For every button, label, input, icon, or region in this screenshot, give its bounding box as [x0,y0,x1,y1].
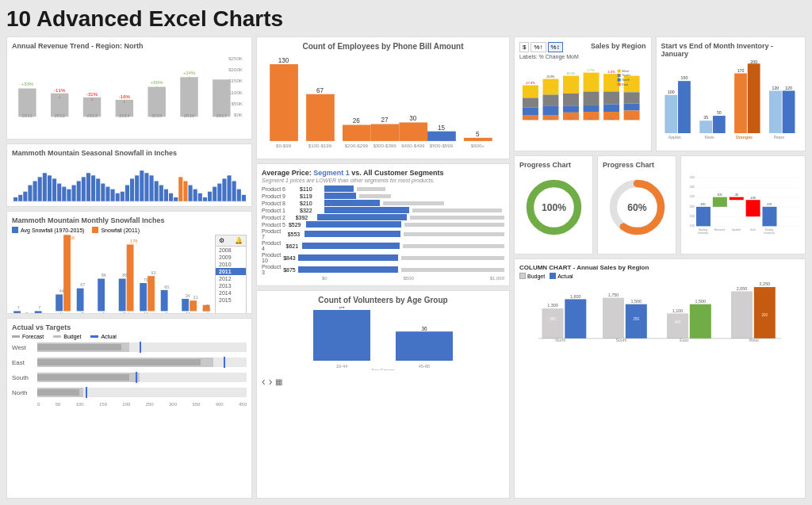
product-row-3: Product 3 $875 [262,264,504,275]
scroll-left-btn[interactable]: ‹ [262,375,266,388]
oranges-end [747,63,760,133]
east-budget-bar [37,359,201,365]
svg-text:-11%: -11% [54,87,66,93]
svg-text:100%: 100% [541,202,565,213]
svg-rect-54 [159,186,163,201]
svg-rect-65 [213,187,216,201]
svg-rect-27 [28,186,32,201]
revenue-chart-svg: $250K $200K $150K $100K $50K $0K +33% -1… [12,52,247,120]
svg-rect-89 [119,279,126,312]
dollar-btn[interactable]: $ [519,42,529,52]
scroll-right-btn[interactable]: › [269,375,273,388]
legend-forecast: Forecast [12,334,44,339]
apples-end [678,81,691,133]
bar-400-499 [399,122,427,140]
svg-text:178: 178 [130,239,137,243]
legend-snowfall-2011: Snowfall (2011) [92,227,140,233]
svg-rect-45 [116,193,120,201]
svg-text:$100K: $100K [228,90,243,95]
svg-rect-67 [222,178,226,201]
svg-rect-50 [140,170,144,201]
svg-text:-8.0%: -8.0% [546,75,555,78]
svg-rect-80 [63,235,71,311]
east-actual-bar [690,304,711,339]
svg-text:↓: ↓ [91,96,94,101]
apples-start [665,95,677,133]
svg-rect-150 [563,106,579,113]
svg-rect-29 [38,177,42,201]
legend-actual-col: Actual [550,273,573,279]
svg-rect-44 [111,189,115,201]
product-row-6: Product 6 $110 [262,186,504,192]
target-row-west: West [12,342,247,352]
svg-rect-62 [198,193,202,201]
right-mid-row: Progress Chart 100% Progress Chart [514,155,806,254]
year-2015[interactable]: 2015 [216,296,246,304]
east-budget-bar [667,313,688,339]
svg-rect-156 [584,105,599,112]
svg-text:35: 35 [703,115,708,120]
svg-rect-177 [618,82,621,86]
waterfall-sold [746,200,760,216]
svg-text:1,300: 1,300 [547,303,557,308]
svg-text:North: North [555,338,565,342]
svg-text:900: 900 [550,317,556,321]
svg-text:-30: -30 [734,193,738,197]
year-2008[interactable]: 2008 [216,247,246,254]
middle-column: Count of Employees by Phone Bill Amount … [256,36,510,499]
svg-text:86: 86 [122,273,127,277]
svg-text:7: 7 [38,305,40,310]
svg-text:Apr: Apr [165,312,172,314]
svg-text:250: 250 [690,195,695,198]
product-row-4: Product 4 $621 [262,240,504,251]
svg-rect-144 [543,106,559,115]
svg-rect-155 [584,92,599,106]
svg-rect-28 [33,181,37,201]
nav-controls: ‹ › ▦ [262,375,504,388]
seg1-bar-7 [304,231,400,237]
actual-targets-title: Actual vs Targets [12,323,247,331]
svg-rect-94 [147,276,155,311]
year-2010[interactable]: 2010 [216,261,246,268]
svg-text:Received: Received [714,228,726,231]
all-bar-3 [401,268,504,272]
year-2011-selected[interactable]: 2011 [216,268,246,275]
inventory-jan-panel: Start vs End of Month Inventory - Januar… [656,36,806,151]
product-row-5: Product 5 $529 [262,221,504,228]
bar-600plus [464,138,492,141]
left-column: Annual Revenue Trend - Region: North $25… [6,36,252,499]
year-2014[interactable]: 2014 [216,289,246,296]
svg-text:$0K: $0K [234,112,243,117]
seg1-bar-5 [306,221,401,228]
target-row-south: South [12,373,247,382]
svg-rect-79 [56,294,63,311]
bar-2017 [213,79,230,117]
year-selector-icon-2: 🔔 [235,237,243,244]
avg-price-list: Product 6 $110 Product 9 $119 Product 8 … [262,186,504,275]
year-2013[interactable]: 2013 [216,282,246,289]
employee-phone-svg: 130 67 26 27 30 15 [262,53,504,156]
west-bar-bg [37,342,247,352]
svg-rect-64 [208,192,212,201]
year-2009[interactable]: 2009 [216,254,246,261]
year-selector[interactable]: ⚙ 🔔 2008 2009 2010 2011 2012 2013 2014 2… [215,235,247,314]
percent-btn[interactable]: %↑ [530,42,546,52]
year-2012[interactable]: 2012 [216,275,246,282]
pears-end [782,90,795,133]
north-actual-bar [565,299,586,339]
svg-rect-58 [178,177,182,201]
svg-rect-60 [189,186,193,201]
svg-text:60: 60 [164,285,169,289]
south-bar-bg [37,373,247,382]
waterfall-svg: 350 300 250 200 150 100 [686,161,800,252]
chart-icon: ▦ [275,377,282,386]
volunteer-bar-1044 [313,310,370,361]
product-row-7: Product 7 $553 [262,228,504,239]
pct-change-btn[interactable]: %↕ [548,42,563,52]
south-actual-bar [626,304,647,339]
page-title: 10 Advanced Excel Charts [6,6,806,32]
svg-rect-26 [23,192,27,201]
waterfall-ending [762,207,776,226]
svg-text:$500-$599: $500-$599 [430,143,454,148]
svg-rect-83 [77,289,84,312]
